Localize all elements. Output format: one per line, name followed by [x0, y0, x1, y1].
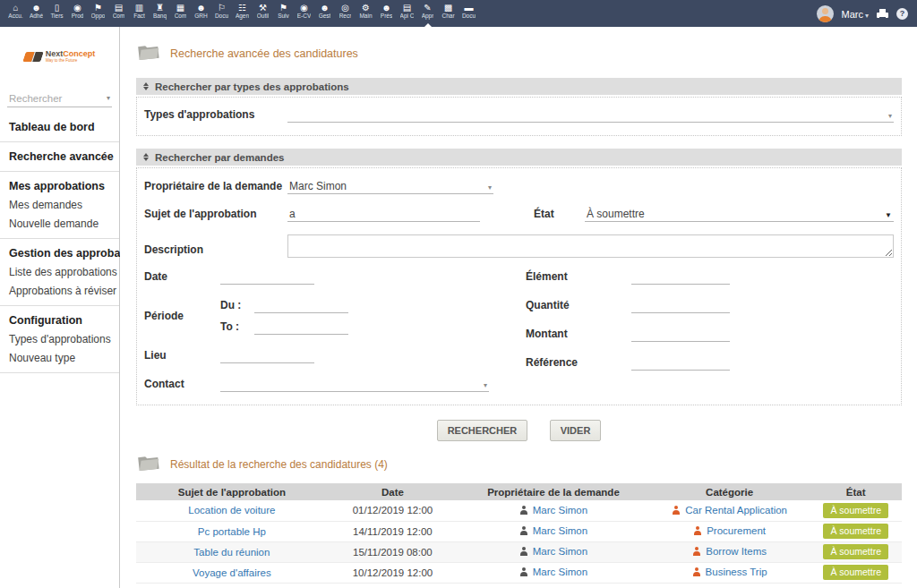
nav-item-label: Fact — [133, 13, 145, 20]
table-row: Location de voiture01/12/2019 12:00Marc … — [136, 500, 902, 521]
place-input[interactable] — [220, 349, 314, 363]
sidebar-item-tableau-de-bord[interactable]: Tableau de bord — [0, 117, 119, 136]
nav-item-suivi[interactable]: ⚑Suiv — [273, 0, 294, 27]
nav-item-label: Adhé — [30, 13, 43, 20]
category-link[interactable]: Borrow Items — [706, 546, 767, 557]
amount-input[interactable] — [631, 328, 730, 342]
nav-item-grh[interactable]: ☻GRH — [191, 0, 211, 27]
types-select[interactable]: ▾ — [287, 108, 894, 123]
owner-link[interactable]: Marc Simon — [533, 567, 587, 577]
menu-group: ConfigurationTypes d'approbationsNouveau… — [0, 306, 119, 373]
nav-item-gestion[interactable]: ☻Gest — [314, 0, 335, 27]
sidebar-item-gestion-des-approbations[interactable]: Gestion des approbations — [0, 243, 119, 262]
sidebar-item-nouveau-type[interactable]: Nouveau type — [0, 348, 119, 367]
e-cv-icon: ◉ — [300, 3, 308, 13]
user-icon — [519, 567, 528, 576]
nav-item-ged[interactable]: ▬Docu — [458, 0, 479, 27]
period-from-label: Du : — [220, 299, 254, 313]
period-to-input[interactable] — [254, 320, 348, 335]
sidebar-search-select[interactable]: Rechercher ▾ — [7, 90, 112, 107]
nav-item-label: Gest — [319, 13, 331, 20]
nav-item-comptabilite[interactable]: ▦Com — [170, 0, 191, 27]
amount-label: Montant — [526, 328, 631, 342]
nav-item-recrutement[interactable]: ◎Recr — [335, 0, 356, 27]
table-header-row: Sujet de l'approbation Date Propriétaire… — [136, 483, 902, 500]
subject-link[interactable]: Location de voiture — [188, 505, 275, 516]
user-icon — [519, 526, 528, 535]
element-input[interactable] — [631, 270, 730, 285]
clear-button[interactable]: VIDER — [550, 420, 602, 441]
sidebar-item-recherche-avanc-e[interactable]: Recherche avancée — [0, 147, 119, 166]
subject-link[interactable]: Voyage d'affaires — [193, 567, 271, 578]
collapse-icon — [143, 82, 149, 90]
section-title: Rechercher par types des approbations — [155, 81, 349, 92]
nav-item-label: Prés — [381, 13, 392, 20]
sidebar-item-configuration[interactable]: Configuration — [0, 311, 119, 329]
section-header-demandes[interactable]: Rechercher par demandes — [136, 149, 902, 166]
nav-item-documents[interactable]: ⚐Docu — [211, 0, 232, 27]
owner-link[interactable]: Marc Simon — [533, 505, 587, 516]
sidebar-item-liste-des-approbations[interactable]: Liste des approbations — [0, 262, 119, 281]
category-link[interactable]: Business Trip — [706, 567, 767, 577]
nav-item-tiers[interactable]: ▯Tiers — [47, 0, 67, 27]
suivi-icon: ⚑ — [279, 3, 287, 13]
nav-item-banque[interactable]: ♜Banq — [150, 0, 170, 27]
sidebar-item-approbations-r-viser[interactable]: Approbations à réviser — [0, 281, 119, 300]
nav-item-produits[interactable]: ◉Prod — [67, 0, 88, 27]
quantity-input[interactable] — [631, 299, 730, 313]
period-from-input[interactable] — [254, 299, 348, 313]
nav-item-agenda[interactable]: ☷Agen — [232, 0, 253, 27]
types-panel: Types d'approbations ▾ — [136, 97, 902, 136]
chevron-down-icon: ▾ — [488, 183, 492, 192]
nav-item-commandes[interactable]: ▤Com — [108, 0, 129, 27]
owner-select[interactable]: Marc Simon ▾ — [287, 179, 493, 194]
nav-item-maintenance[interactable]: ⚙Main — [356, 0, 376, 27]
nav-item-e-cv[interactable]: ◉E-CV — [294, 0, 314, 27]
user-menu[interactable]: Marc▾ — [842, 5, 869, 21]
nav-item-opportunites[interactable]: ⚑Oppo — [88, 0, 108, 27]
navbar-items: ⌂Accu.☻Adhé▯Tiers◉Prod⚑Oppo▤Com▥Fact♜Ban… — [5, 0, 479, 27]
nav-item-label: GRH — [194, 13, 207, 20]
subject-input[interactable]: a — [287, 207, 480, 222]
state-select[interactable]: À soumettre ▼ — [585, 207, 894, 222]
category-link[interactable]: Car Rental Application — [685, 505, 787, 516]
user-avatar[interactable] — [817, 5, 834, 22]
commandes-icon: ▤ — [115, 3, 123, 13]
nav-item-label: Recr — [339, 13, 352, 20]
date-input[interactable] — [220, 270, 314, 285]
col-category: Catégorie — [649, 483, 810, 500]
search-button[interactable]: RECHERCHER — [437, 420, 528, 441]
nav-item-api[interactable]: ▤Api C — [397, 0, 417, 27]
subject-link[interactable]: Table du réunion — [193, 547, 270, 558]
section-header-types[interactable]: Rechercher par types des approbations — [136, 78, 902, 95]
owner-link[interactable]: Marc Simon — [533, 525, 587, 536]
category-link[interactable]: Procurement — [707, 525, 766, 536]
nav-item-outils[interactable]: ⚒Outil — [253, 0, 273, 27]
nav-item-adherents[interactable]: ☻Adhé — [26, 0, 47, 27]
subject-link[interactable]: Pc portable Hp — [198, 526, 266, 537]
nav-item-label: Com — [113, 13, 125, 20]
navbar-right: Marc▾ ? — [817, 0, 913, 27]
help-icon[interactable]: ? — [896, 8, 908, 20]
nav-item-factures[interactable]: ▥Fact — [129, 0, 150, 27]
period-to-label: To : — [220, 320, 254, 335]
sidebar-item-nouvelle-demande[interactable]: Nouvelle demande — [0, 214, 119, 233]
agenda-icon: ☷ — [238, 3, 246, 13]
nav-item-label: Docu — [462, 13, 476, 20]
sidebar-item-mes-approbations[interactable]: Mes approbations — [0, 176, 119, 195]
owner-link[interactable]: Marc Simon — [533, 546, 587, 557]
charges-icon: ▩ — [444, 3, 452, 13]
nav-item-presences[interactable]: ☻Prés — [376, 0, 397, 27]
nav-item-approbations[interactable]: ✎Appr — [417, 0, 438, 27]
sidebar-item-types-d-approbations[interactable]: Types d'approbations — [0, 329, 119, 348]
category-icon — [692, 567, 701, 576]
nav-item-charges[interactable]: ▩Char — [438, 0, 458, 27]
results-title: Résultat de la recherche des candidature… — [170, 458, 388, 471]
print-icon[interactable] — [877, 9, 888, 19]
reference-input[interactable] — [631, 356, 730, 371]
sidebar-item-mes-demandes[interactable]: Mes demandes — [0, 195, 119, 214]
contact-select[interactable]: ▾ — [220, 378, 489, 392]
status-badge: À soumettre — [823, 565, 888, 580]
nav-item-accueil[interactable]: ⌂Accu. — [5, 0, 26, 27]
description-textarea[interactable] — [287, 234, 894, 258]
